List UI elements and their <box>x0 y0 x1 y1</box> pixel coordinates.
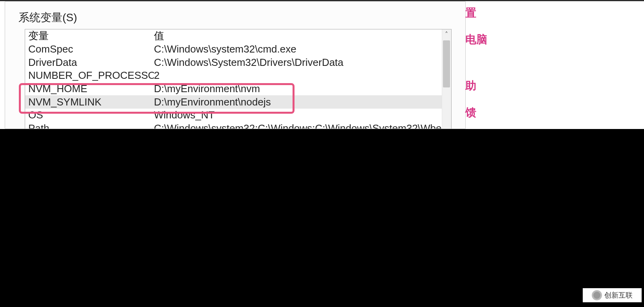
table-row[interactable]: NVM_HOME D:\myEnvironment\nvm <box>25 82 442 96</box>
cell-value: 2 <box>154 69 442 82</box>
header-value: 值 <box>154 29 442 43</box>
cell-value: C:\Windows\system32;C:\Windows;C:\Window… <box>154 122 442 129</box>
cell-value: Windows_NT <box>154 109 442 121</box>
table-row[interactable]: NUMBER_OF_PROCESSORS 2 <box>25 69 442 82</box>
table-row[interactable]: DriverData C:\Windows\System32\Drivers\D… <box>25 56 442 69</box>
scrollbar-track[interactable]: ˄ <box>442 29 451 129</box>
cell-variable: DriverData <box>28 56 154 69</box>
cell-value: D:\myEnvironment\nvm <box>154 83 442 95</box>
side-link-3[interactable]: 馈 <box>465 105 575 120</box>
cell-variable: NVM_HOME <box>28 83 154 95</box>
cell-value: C:\Windows\System32\Drivers\DriverData <box>154 56 442 69</box>
scrollbar-thumb[interactable] <box>443 40 450 87</box>
chevron-up-icon: ˄ <box>445 31 448 38</box>
table-row[interactable]: Path C:\Windows\system32;C:\Windows;C:\W… <box>25 122 442 129</box>
side-links-panel: 置 电脑 助 馈 <box>465 5 575 120</box>
table-row[interactable]: NVM_SYMLINK D:\myEnvironment\nodejs <box>25 95 442 109</box>
cell-variable: ComSpec <box>28 43 154 55</box>
header-variable: 变量 <box>28 29 154 43</box>
side-link-0[interactable]: 置 <box>465 5 575 20</box>
watermark-badge: 创新互联 <box>583 288 642 302</box>
watermark-logo-icon <box>592 290 602 300</box>
cell-variable: Path <box>28 122 154 129</box>
cell-variable: NVM_SYMLINK <box>28 96 154 108</box>
cell-variable: OS <box>28 109 154 121</box>
table-header-row: 变量 值 <box>25 29 442 43</box>
environment-variables-dialog: 系统变量(S) 变量 值 ComSpec C:\Windows\system32… <box>5 1 466 129</box>
table-rows: 变量 值 ComSpec C:\Windows\system32\cmd.exe… <box>25 29 442 129</box>
page-frame: 系统变量(S) 变量 值 ComSpec C:\Windows\system32… <box>0 0 644 129</box>
side-link-1[interactable]: 电脑 <box>465 32 575 47</box>
cell-value: C:\Windows\system32\cmd.exe <box>154 43 442 55</box>
side-link-2[interactable]: 助 <box>465 78 575 93</box>
cell-value: D:\myEnvironment\nodejs <box>154 96 442 108</box>
watermark-text: 创新互联 <box>604 291 633 300</box>
system-variables-table[interactable]: 变量 值 ComSpec C:\Windows\system32\cmd.exe… <box>25 29 452 129</box>
section-title-system-variables: 系统变量(S) <box>18 10 77 25</box>
table-row[interactable]: OS Windows_NT <box>25 109 442 122</box>
table-row[interactable]: ComSpec C:\Windows\system32\cmd.exe <box>25 43 442 56</box>
cell-variable: NUMBER_OF_PROCESSORS <box>28 69 154 82</box>
scroll-up-button[interactable]: ˄ <box>442 29 451 39</box>
